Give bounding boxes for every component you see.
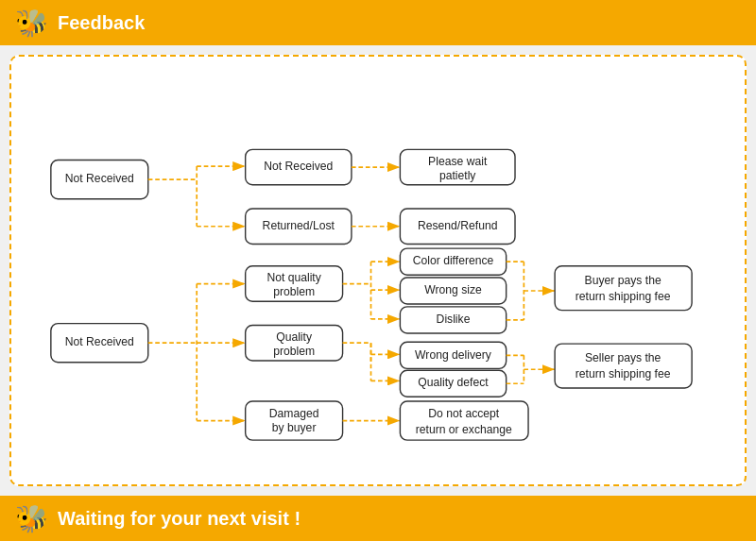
- footer: 🐝 Waiting for your next visit !: [0, 496, 756, 541]
- buyer-pays-line1: Buyer pays the: [585, 274, 662, 287]
- resend-refund-label: Resend/Refund: [418, 219, 497, 232]
- seller-pays-line1: Seller pays the: [585, 351, 662, 364]
- flow-diagram: Not Received Not Received Returned/Lost: [30, 72, 726, 469]
- main-content: Not Received Not Received Returned/Lost: [9, 55, 747, 486]
- please-wait-line2: patietly: [439, 169, 476, 182]
- not-received-left-bottom-label: Not Received: [65, 335, 134, 348]
- buyer-pays-line2: return shipping fee: [576, 290, 671, 303]
- dislike-label: Dislike: [437, 313, 471, 326]
- color-difference-label: Color difference: [413, 254, 494, 267]
- not-received-left-top-label: Not Received: [65, 172, 134, 185]
- not-quality-problem-line1: Not quality: [266, 271, 321, 284]
- damaged-by-buyer-line2: by buyer: [272, 421, 317, 434]
- wrong-delivery-label: Wrong delivery: [415, 348, 492, 362]
- quality-defect-label: Quality defect: [418, 376, 489, 389]
- not-quality-problem-line2: problem: [273, 285, 315, 298]
- buyer-pays-box: [555, 266, 692, 311]
- quality-problem-line2: problem: [273, 345, 315, 358]
- footer-title: Waiting for your next visit !: [58, 508, 301, 530]
- page: 🐝 Feedback Not Received: [0, 0, 756, 541]
- seller-pays-line2: return shipping fee: [576, 367, 671, 380]
- damaged-by-buyer-line1: Damaged: [269, 407, 319, 420]
- bee-icon-footer: 🐝: [15, 503, 48, 534]
- header-title: Feedback: [58, 12, 145, 34]
- bee-icon-header: 🐝: [15, 8, 48, 39]
- do-not-accept-line1: Do not accept: [428, 407, 500, 420]
- quality-problem-line1: Quality: [276, 330, 313, 344]
- do-not-accept-line2: return or exchange: [416, 423, 512, 436]
- wrong-size-label: Wrong size: [424, 283, 482, 296]
- seller-pays-box: [555, 344, 692, 388]
- returned-lost-label: Returned/Lost: [263, 219, 335, 232]
- header: 🐝 Feedback: [0, 0, 756, 45]
- please-wait-line1: Please wait: [428, 155, 488, 168]
- not-received-right-label: Not Received: [264, 160, 333, 173]
